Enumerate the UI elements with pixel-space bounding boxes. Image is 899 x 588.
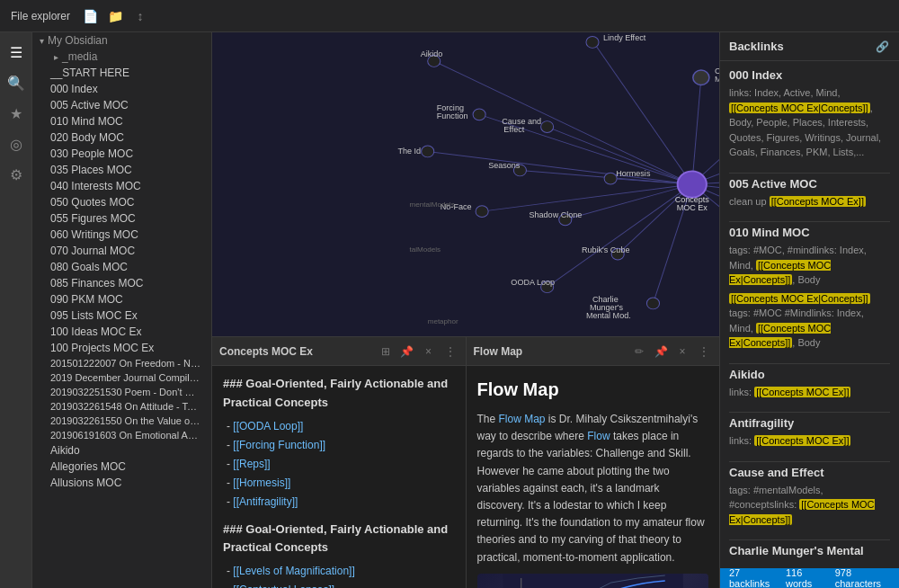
link-forcing[interactable]: [[Forcing Function]] bbox=[233, 439, 325, 451]
backlinks-header: Backlinks 🔗 bbox=[720, 32, 899, 61]
sort-icon[interactable]: ↕ bbox=[131, 7, 149, 25]
file-item[interactable]: 040 Interests MOC bbox=[32, 178, 211, 194]
link-ooda[interactable]: [[OODA Loop]] bbox=[233, 420, 303, 432]
backlinks-count: 27 backlinks bbox=[729, 567, 775, 588]
file-item[interactable]: 000 Index bbox=[32, 81, 211, 97]
file-item[interactable]: 030 People MOC bbox=[32, 146, 211, 162]
new-folder-icon[interactable]: 📁 bbox=[106, 7, 124, 25]
file-item[interactable]: 070 Journal MOC bbox=[32, 243, 211, 259]
flow-link[interactable]: Flow bbox=[587, 430, 610, 442]
svg-text:Munger's: Munger's bbox=[590, 303, 624, 312]
graph-icon[interactable]: ◎ bbox=[4, 131, 29, 156]
backlink-title[interactable]: Antifragility bbox=[729, 416, 890, 430]
top-bar-icons: 📄 📁 ↕ bbox=[81, 7, 149, 25]
main-layout: ☰ 🔍 ★ ◎ ⚙ ▾ My Obsidian ▸ _media __START… bbox=[0, 32, 899, 588]
concepts-panel-title: Concepts MOC Ex bbox=[219, 345, 378, 358]
file-item[interactable]: 2019032261548 On Attitude - Tec... bbox=[32, 399, 211, 414]
svg-text:Hormesis: Hormesis bbox=[616, 169, 651, 178]
list-item: - [[Hormesis]] bbox=[227, 475, 455, 492]
file-item[interactable]: 050 Quotes MOC bbox=[32, 194, 211, 210]
file-item[interactable]: 060 Writings MOC bbox=[32, 227, 211, 243]
links-list-1: - [[OODA Loop]] - [[Forcing Function]] -… bbox=[223, 418, 455, 512]
divider bbox=[729, 412, 890, 413]
file-item[interactable]: __START HERE bbox=[32, 65, 211, 81]
star-icon[interactable]: ★ bbox=[4, 101, 29, 126]
app-title: File explorer bbox=[11, 10, 70, 22]
links-list-2: - [[Levels of Magnification]] - [[Contex… bbox=[223, 563, 455, 588]
file-item[interactable]: 080 Goals MOC bbox=[32, 259, 211, 275]
backlink-title[interactable]: Aikido bbox=[729, 368, 890, 381]
divider bbox=[729, 173, 890, 174]
backlink-title[interactable]: Charlie Munger's Mental bbox=[729, 544, 890, 557]
file-item[interactable]: 100 Projects MOC Ex bbox=[32, 340, 211, 356]
backlink-title[interactable]: Cause and Effect bbox=[729, 466, 890, 479]
close-icon[interactable]: × bbox=[421, 343, 437, 360]
backlink-title[interactable]: 000 Index bbox=[729, 68, 890, 82]
backlink-000-index: 000 Index links: Index, Active, Mind, [[… bbox=[729, 68, 890, 160]
flow-chart-svg: (High) Skill Flow Channel Anxiety bbox=[477, 574, 709, 588]
concepts-panel: Concepts MOC Ex ⊞ 📌 × ⋮ ### Goal-Oriente… bbox=[212, 337, 466, 588]
file-item[interactable]: Aikido bbox=[32, 442, 211, 459]
file-item[interactable]: 035 Places MOC bbox=[32, 162, 211, 178]
section2-title: ### Goal-Oriented, Fairly Actionable and… bbox=[223, 521, 455, 558]
file-item[interactable]: 2019032261550 On the Value of T... bbox=[32, 414, 211, 428]
backlink-text: links: [[Concepts MOC Ex]] bbox=[729, 433, 890, 449]
pin-icon[interactable]: 📌 bbox=[399, 343, 415, 360]
svg-text:Effect: Effect bbox=[503, 126, 525, 135]
link-reps[interactable]: [[Reps]] bbox=[233, 458, 270, 470]
file-item[interactable]: 2019 December Journal Compila... bbox=[32, 370, 211, 385]
plugin-icon[interactable]: ⚙ bbox=[4, 162, 29, 187]
file-item[interactable]: Allusions MOC bbox=[32, 475, 211, 491]
highlight: [[Concepts MOC Ex]] bbox=[770, 196, 866, 207]
search-icon[interactable]: 🔍 bbox=[4, 70, 29, 95]
file-item[interactable]: 095 Lists MOC Ex bbox=[32, 307, 211, 324]
link-icon[interactable]: 🔗 bbox=[874, 39, 890, 55]
file-item[interactable]: 201906191603 On Emotional Agi... bbox=[32, 428, 211, 442]
graph-area[interactable]: Concepts MOC Ex Concepts MOC1 Concepts M… bbox=[212, 32, 719, 336]
file-item[interactable]: 020 Body MOC bbox=[32, 129, 211, 146]
file-item[interactable]: Allegories MOC bbox=[32, 459, 211, 475]
backlink-005: 005 Active MOC clean up [[Concepts MOC E… bbox=[729, 177, 890, 209]
list-item: - [[Forcing Function]] bbox=[227, 437, 455, 454]
flow-map-link[interactable]: Flow Map bbox=[499, 413, 546, 425]
grid-icon[interactable]: ⊞ bbox=[378, 343, 394, 360]
backlink-title[interactable]: 010 Mind MOC bbox=[729, 226, 890, 239]
svg-text:Concepts: Concepts bbox=[675, 195, 710, 204]
bottom-panels: Concepts MOC Ex ⊞ 📌 × ⋮ ### Goal-Oriente… bbox=[212, 336, 719, 588]
link-hormesis[interactable]: [[Hormesis]] bbox=[233, 477, 290, 489]
svg-text:MOC1: MOC1 bbox=[715, 75, 719, 84]
status-bar: 27 backlinks 116 words 978 characters bbox=[720, 568, 899, 588]
file-item[interactable]: 055 Figures MOC bbox=[32, 210, 211, 227]
svg-point-53 bbox=[646, 298, 659, 309]
file-item[interactable]: 090 PKM MOC bbox=[32, 291, 211, 307]
files-icon[interactable]: ☰ bbox=[4, 40, 29, 65]
backlink-title[interactable]: 005 Active MOC bbox=[729, 177, 890, 191]
link-levels[interactable]: [[Levels of Magnification]] bbox=[233, 565, 354, 577]
backlink-text: tags: #MOC, #mindlinks: Index, Mind, [[C… bbox=[729, 243, 890, 288]
highlight: [[Concepts MOC Ex|Concepts]] bbox=[729, 323, 831, 349]
file-item[interactable]: 201501222007 On Freedom - Nic... bbox=[32, 356, 211, 370]
list-item: - [[Levels of Magnification]] bbox=[227, 563, 455, 580]
file-item[interactable]: 085 Finances MOC bbox=[32, 275, 211, 291]
list-item: - [[OODA Loop]] bbox=[227, 418, 455, 435]
backlinks-title: Backlinks bbox=[729, 40, 784, 53]
more-icon[interactable]: ⋮ bbox=[442, 343, 458, 360]
backlink-text: links: Index, Active, Mind, [[Concepts M… bbox=[729, 85, 890, 160]
backlink-text: tags: #mentalModels, #conceptslinks: [[C… bbox=[729, 483, 890, 528]
pencil-icon[interactable]: ✏ bbox=[631, 343, 647, 360]
svg-text:OODA Loop: OODA Loop bbox=[511, 279, 555, 288]
file-item[interactable]: 100 Ideas MOC Ex bbox=[32, 324, 211, 340]
file-item[interactable]: 2019032251530 Poem - Don't Qui... bbox=[32, 385, 211, 399]
svg-text:metaphor: metaphor bbox=[428, 318, 458, 326]
media-folder[interactable]: ▸ _media bbox=[32, 49, 211, 65]
vault-header[interactable]: ▾ My Obsidian bbox=[32, 32, 211, 49]
file-item[interactable]: 010 Mind MOC bbox=[32, 113, 211, 129]
new-file-icon[interactable]: 📄 bbox=[81, 7, 99, 25]
link-contextual[interactable]: [[Contextual Lenses]] bbox=[233, 584, 334, 588]
link-antifragility[interactable]: [[Antifragility]] bbox=[233, 495, 298, 508]
close-icon-right[interactable]: × bbox=[674, 343, 690, 360]
file-item[interactable]: 005 Active MOC bbox=[32, 97, 211, 113]
pin-icon-right[interactable]: 📌 bbox=[653, 343, 669, 360]
section1-title: ### Goal-Oriented, Fairly Actionable and… bbox=[223, 375, 455, 413]
more-icon-right[interactable]: ⋮ bbox=[696, 343, 712, 360]
